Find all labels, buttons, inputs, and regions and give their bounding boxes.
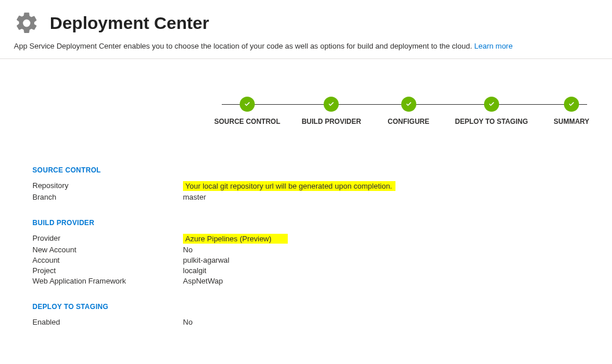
step-configure[interactable]: CONFIGURE xyxy=(383,97,435,126)
label-new-account: New Account xyxy=(32,245,183,254)
label-project: Project xyxy=(32,266,183,275)
label-provider: Provider xyxy=(32,234,183,242)
step-label: CONFIGURE xyxy=(388,117,430,126)
step-summary[interactable]: SUMMARY xyxy=(548,97,595,126)
row-repository: Repository Your local git repository url… xyxy=(32,181,598,191)
row-branch: Branch master xyxy=(32,193,598,201)
learn-more-link[interactable]: Learn more xyxy=(474,42,512,50)
steps-row: SOURCE CONTROL BUILD PROVIDER CONFIGURE … xyxy=(214,97,595,126)
check-icon xyxy=(564,97,579,112)
value-provider: Azure Pipelines (Preview) xyxy=(183,234,288,244)
description-text: App Service Deployment Center enables yo… xyxy=(14,42,474,50)
section-heading-source-control: SOURCE CONTROL xyxy=(32,166,598,174)
step-label: DEPLOY TO STAGING xyxy=(455,117,528,126)
step-label: SOURCE CONTROL xyxy=(214,117,280,126)
step-label: SUMMARY xyxy=(554,117,589,126)
row-account: Account pulkit-agarwal xyxy=(32,256,598,264)
label-repository: Repository xyxy=(32,181,183,190)
check-icon xyxy=(240,97,255,112)
value-account: pulkit-agarwal xyxy=(183,256,229,264)
step-deploy-to-staging[interactable]: DEPLOY TO STAGING xyxy=(454,97,529,126)
value-new-account: No xyxy=(183,245,193,254)
label-framework: Web Application Framework xyxy=(32,277,183,285)
section-heading-build-provider: BUILD PROVIDER xyxy=(32,219,598,227)
label-account: Account xyxy=(32,256,183,264)
value-repository: Your local git repository url will be ge… xyxy=(183,181,395,191)
row-provider: Provider Azure Pipelines (Preview) xyxy=(32,234,598,244)
page-header: Deployment Center xyxy=(0,0,612,41)
page-title: Deployment Center xyxy=(50,13,209,33)
label-branch: Branch xyxy=(32,193,183,201)
value-branch: master xyxy=(183,193,206,201)
progress-stepper: SOURCE CONTROL BUILD PROVIDER CONFIGURE … xyxy=(0,59,612,143)
step-build-provider[interactable]: BUILD PROVIDER xyxy=(299,97,363,126)
row-enabled: Enabled No xyxy=(32,318,598,326)
check-icon xyxy=(484,97,499,112)
check-icon xyxy=(401,97,416,112)
value-framework: AspNetWap xyxy=(183,277,223,285)
summary-content: SOURCE CONTROL Repository Your local git… xyxy=(0,143,612,342)
row-framework: Web Application Framework AspNetWap xyxy=(32,277,598,285)
step-source-control[interactable]: SOURCE CONTROL xyxy=(214,97,280,126)
value-enabled: No xyxy=(183,318,193,326)
gear-icon xyxy=(14,10,39,36)
row-new-account: New Account No xyxy=(32,245,598,254)
page-description: App Service Deployment Center enables yo… xyxy=(0,41,612,59)
row-project: Project localgit xyxy=(32,266,598,275)
check-icon xyxy=(324,97,339,112)
label-enabled: Enabled xyxy=(32,318,183,326)
step-label: BUILD PROVIDER xyxy=(302,117,361,126)
value-project: localgit xyxy=(183,266,206,275)
section-heading-deploy-to-staging: DEPLOY TO STAGING xyxy=(32,303,598,311)
